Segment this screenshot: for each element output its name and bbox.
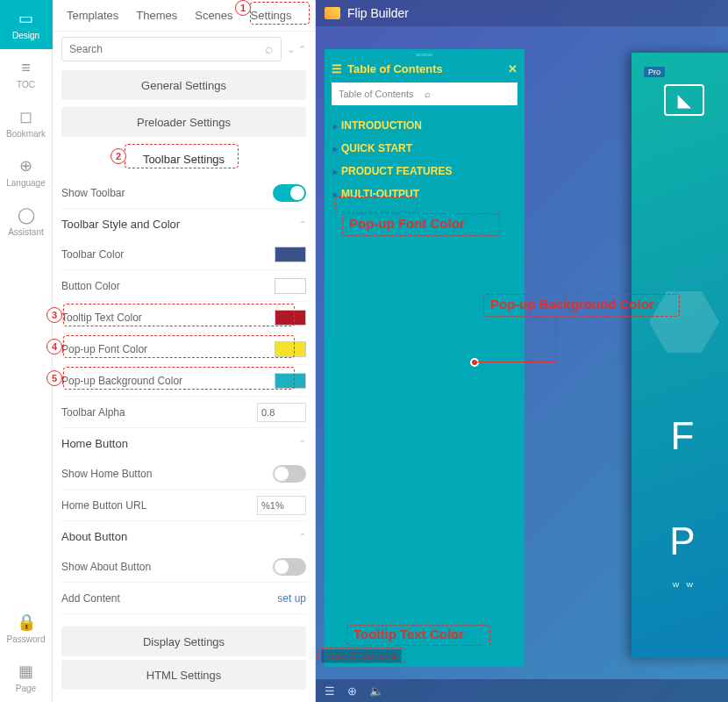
- monitor-icon: ▭: [18, 9, 33, 28]
- bookmark-icon: ◻: [19, 107, 32, 126]
- grid-icon: ▦: [18, 662, 33, 681]
- drag-handle-icon[interactable]: ═══: [332, 51, 517, 59]
- show-toolbar-toggle[interactable]: [273, 184, 306, 202]
- settings-search[interactable]: ⌕: [61, 37, 282, 61]
- toc-title: Table of Contents: [347, 62, 443, 75]
- toc-item[interactable]: PRODUCT FEATURES: [332, 160, 517, 183]
- chevron-up-icon[interactable]: ⌃: [299, 532, 306, 541]
- section-display[interactable]: Display Settings: [61, 627, 306, 656]
- popup-font-color-label: Pop-up Font Color: [61, 343, 275, 355]
- globe-icon: ⊕: [19, 156, 32, 176]
- list-icon: ≡: [21, 59, 31, 77]
- toolbar-alpha-label: Toolbar Alpha: [61, 406, 257, 419]
- popup-font-color-swatch[interactable]: [275, 341, 306, 357]
- app-title: Flip Builder: [347, 6, 409, 20]
- home-url-input[interactable]: [257, 496, 306, 515]
- toolbar-color-swatch[interactable]: [275, 247, 306, 262]
- tab-templates[interactable]: Templates: [58, 9, 127, 22]
- menu-icon[interactable]: ☰: [325, 684, 335, 698]
- tooltip-text-color-label: Tooltip Text Color: [61, 312, 275, 324]
- rail-label: Design: [12, 31, 39, 40]
- panel-tabs: Templates Themes Scenes Settings: [53, 0, 315, 32]
- search-icon: ⌕: [265, 41, 274, 57]
- chevron-up-icon[interactable]: ⌃: [299, 439, 306, 448]
- toolbar-color-label: Toolbar Color: [61, 248, 275, 261]
- style-color-head: Toolbar Style and Color: [61, 218, 180, 231]
- section-html[interactable]: HTML Settings: [61, 660, 306, 690]
- show-about-toggle[interactable]: [273, 558, 306, 576]
- zoom-icon[interactable]: ⊕: [347, 684, 357, 698]
- lock-icon: 🔒: [17, 612, 36, 632]
- toc-item[interactable]: INTRODUCTION: [332, 114, 517, 137]
- collapse-all-icon[interactable]: ⌃: [298, 44, 306, 55]
- rail-label: Password: [7, 634, 46, 644]
- preview-bottombar: ☰ ⊕ 🔈: [316, 679, 728, 702]
- left-rail: ▭ Design ≡ TOC ◻ Bookmark ⊕ Language ◯ A…: [0, 0, 53, 702]
- search-input[interactable]: [69, 43, 265, 55]
- expand-all-icon[interactable]: ⌄: [287, 44, 295, 55]
- button-color-swatch[interactable]: [275, 278, 306, 294]
- tab-themes[interactable]: Themes: [127, 9, 186, 22]
- book-cover[interactable]: Pro F P W W: [632, 53, 728, 658]
- show-toolbar-label: Show Toolbar: [61, 187, 273, 199]
- tab-scenes[interactable]: Scenes: [186, 9, 241, 22]
- show-home-label: Show Home Button: [61, 468, 273, 480]
- cover-text-2: P: [669, 519, 698, 563]
- preview-titlebar: Flip Builder: [316, 0, 728, 26]
- show-home-toggle[interactable]: [273, 465, 306, 483]
- show-about-label: Show About Button: [61, 561, 273, 573]
- toc-search[interactable]: Table of Contents ⌕: [332, 82, 517, 105]
- search-icon: ⌕: [425, 89, 510, 99]
- popup-bg-color-swatch[interactable]: [275, 373, 306, 389]
- cover-text-1: F: [671, 414, 698, 458]
- rail-label: TOC: [17, 80, 35, 90]
- about-button-head: About Button: [61, 530, 127, 543]
- close-icon[interactable]: ✕: [508, 62, 517, 75]
- list-icon: ☰: [332, 62, 342, 75]
- rail-label: Language: [6, 178, 46, 188]
- rail-password[interactable]: 🔒 Password: [0, 604, 53, 653]
- toc-search-placeholder: Table of Contents: [339, 89, 425, 99]
- pro-badge: Pro: [644, 67, 665, 77]
- toc-item[interactable]: MULTI-OUTPUT: [332, 183, 517, 205]
- home-url-label: Home Button URL: [61, 499, 257, 512]
- toolbar-settings-body: Show Toolbar Toolbar Style and Color ⌃ T…: [53, 177, 315, 702]
- cover-hex-icon: [649, 291, 719, 353]
- add-content-link[interactable]: set up: [277, 592, 306, 605]
- settings-panel: Templates Themes Scenes Settings ⌕ ⌄ ⌃ G…: [53, 0, 316, 702]
- tab-settings[interactable]: Settings: [242, 9, 301, 22]
- toc-popup: ═══ ☰ Table of Contents ✕ Table of Conte…: [325, 49, 525, 667]
- sound-icon[interactable]: 🔈: [369, 684, 383, 698]
- button-color-label: Button Color: [61, 280, 275, 292]
- rail-toc[interactable]: ≡ TOC: [0, 49, 53, 98]
- preview-area: Flip Builder ═══ ☰ Table of Contents ✕ T…: [316, 0, 728, 702]
- popup-bg-color-label: Pop-up Background Color: [61, 375, 275, 387]
- cover-smalltext: W W: [673, 581, 696, 589]
- chevron-up-icon[interactable]: ⌃: [299, 219, 306, 229]
- cover-logo-icon: [664, 84, 704, 116]
- rail-label: Page: [16, 684, 36, 693]
- rail-assistant[interactable]: ◯ Assistant: [0, 197, 53, 246]
- add-content-label: Add Content: [61, 592, 277, 605]
- tooltip-text-color-swatch[interactable]: [275, 310, 306, 326]
- toc-item[interactable]: QUICK START: [332, 137, 517, 160]
- rail-label: Assistant: [8, 227, 44, 237]
- rail-language[interactable]: ⊕ Language: [0, 147, 53, 197]
- section-preloader[interactable]: Preloader Settings: [61, 107, 306, 137]
- rail-bookmark[interactable]: ◻ Bookmark: [0, 98, 53, 147]
- home-button-head: Home Button: [61, 437, 128, 450]
- chat-icon: ◯: [18, 205, 35, 225]
- rail-page[interactable]: ▦ Page: [0, 653, 53, 702]
- section-general[interactable]: General Settings: [61, 70, 306, 100]
- toolbar-alpha-input[interactable]: [257, 403, 306, 422]
- app-logo-icon: [325, 7, 340, 19]
- rail-design[interactable]: ▭ Design: [0, 0, 53, 49]
- section-toolbar[interactable]: Toolbar Settings: [61, 144, 306, 174]
- rail-label: Bookmark: [6, 129, 46, 139]
